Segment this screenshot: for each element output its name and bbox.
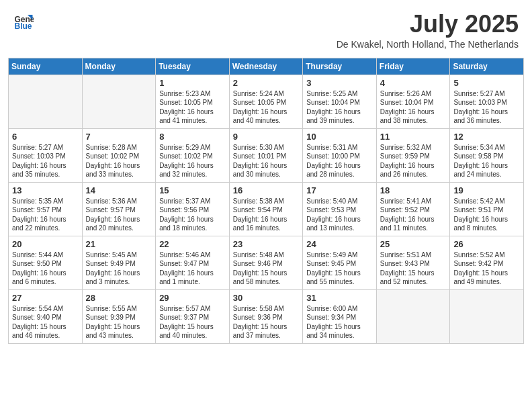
- day-number: 19: [453, 185, 520, 195]
- day-number: 15: [159, 185, 226, 195]
- calendar-week-row: 20Sunrise: 5:44 AM Sunset: 9:50 PM Dayli…: [9, 236, 524, 289]
- calendar-cell: 31Sunrise: 6:00 AM Sunset: 9:34 PM Dayli…: [303, 289, 377, 343]
- day-number: 11: [380, 132, 447, 142]
- calendar-cell: 17Sunrise: 5:40 AM Sunset: 9:53 PM Dayli…: [303, 182, 377, 236]
- day-of-week-header: Saturday: [450, 58, 524, 75]
- day-number: 27: [12, 293, 79, 303]
- day-number: 13: [12, 185, 79, 195]
- calendar-cell: 26Sunrise: 5:52 AM Sunset: 9:42 PM Dayli…: [450, 236, 524, 289]
- day-info: Sunrise: 5:27 AM Sunset: 10:03 PM Daylig…: [453, 89, 520, 126]
- day-info: Sunrise: 5:29 AM Sunset: 10:02 PM Daylig…: [159, 143, 226, 179]
- day-info: Sunrise: 5:58 AM Sunset: 9:36 PM Dayligh…: [233, 304, 300, 340]
- day-number: 20: [12, 239, 79, 249]
- day-number: 4: [380, 78, 447, 88]
- calendar-cell: 22Sunrise: 5:46 AM Sunset: 9:47 PM Dayli…: [156, 236, 230, 289]
- title-block: July 2025 De Kwakel, North Holland, The …: [337, 11, 519, 50]
- day-info: Sunrise: 5:36 AM Sunset: 9:57 PM Dayligh…: [86, 197, 152, 233]
- calendar-cell: 19Sunrise: 5:42 AM Sunset: 9:51 PM Dayli…: [450, 182, 524, 236]
- day-number: 24: [306, 239, 373, 249]
- svg-text:Blue: Blue: [15, 21, 32, 31]
- calendar-cell: 28Sunrise: 5:55 AM Sunset: 9:39 PM Dayli…: [82, 289, 156, 343]
- day-number: 30: [233, 293, 300, 303]
- calendar-cell: 29Sunrise: 5:57 AM Sunset: 9:37 PM Dayli…: [156, 289, 230, 343]
- calendar-cell: 7Sunrise: 5:28 AM Sunset: 10:02 PM Dayli…: [82, 128, 156, 182]
- day-info: Sunrise: 6:00 AM Sunset: 9:34 PM Dayligh…: [306, 304, 373, 340]
- calendar-cell: 10Sunrise: 5:31 AM Sunset: 10:00 PM Dayl…: [303, 128, 377, 182]
- day-number: 1: [159, 78, 226, 88]
- day-info: Sunrise: 5:38 AM Sunset: 9:54 PM Dayligh…: [233, 197, 300, 233]
- day-number: 25: [380, 239, 447, 249]
- calendar-cell: 23Sunrise: 5:48 AM Sunset: 9:46 PM Dayli…: [229, 236, 303, 289]
- calendar-cell: 13Sunrise: 5:35 AM Sunset: 9:57 PM Dayli…: [9, 182, 83, 236]
- calendar-cell: [9, 75, 83, 128]
- day-of-week-header: Thursday: [303, 58, 377, 75]
- calendar-cell: 5Sunrise: 5:27 AM Sunset: 10:03 PM Dayli…: [450, 75, 524, 128]
- day-number: 31: [306, 293, 373, 303]
- day-info: Sunrise: 5:26 AM Sunset: 10:04 PM Daylig…: [380, 89, 447, 126]
- calendar-cell: 27Sunrise: 5:54 AM Sunset: 9:40 PM Dayli…: [9, 289, 83, 343]
- day-number: 17: [306, 185, 373, 195]
- calendar-cell: 21Sunrise: 5:45 AM Sunset: 9:49 PM Dayli…: [82, 236, 156, 289]
- day-info: Sunrise: 5:41 AM Sunset: 9:52 PM Dayligh…: [380, 197, 447, 233]
- day-number: 3: [306, 78, 373, 88]
- day-info: Sunrise: 5:30 AM Sunset: 10:01 PM Daylig…: [233, 143, 300, 179]
- day-number: 21: [86, 239, 152, 249]
- day-number: 12: [453, 132, 520, 142]
- day-info: Sunrise: 5:35 AM Sunset: 9:57 PM Dayligh…: [12, 197, 79, 233]
- day-info: Sunrise: 5:27 AM Sunset: 10:03 PM Daylig…: [12, 143, 79, 179]
- day-number: 7: [86, 132, 152, 142]
- day-number: 28: [86, 293, 152, 303]
- calendar-cell: 18Sunrise: 5:41 AM Sunset: 9:52 PM Dayli…: [376, 182, 450, 236]
- day-info: Sunrise: 5:52 AM Sunset: 9:42 PM Dayligh…: [453, 250, 520, 287]
- day-number: 16: [233, 185, 300, 195]
- calendar-week-row: 13Sunrise: 5:35 AM Sunset: 9:57 PM Dayli…: [9, 182, 524, 236]
- day-info: Sunrise: 5:57 AM Sunset: 9:37 PM Dayligh…: [159, 304, 226, 340]
- month-title: July 2025: [337, 11, 519, 38]
- day-info: Sunrise: 5:24 AM Sunset: 10:05 PM Daylig…: [233, 89, 300, 126]
- day-number: 26: [453, 239, 520, 249]
- location: De Kwakel, North Holland, The Netherland…: [337, 39, 519, 50]
- day-info: Sunrise: 5:54 AM Sunset: 9:40 PM Dayligh…: [12, 304, 79, 340]
- calendar-cell: 3Sunrise: 5:25 AM Sunset: 10:04 PM Dayli…: [303, 75, 377, 128]
- calendar-header-row: SundayMondayTuesdayWednesdayThursdayFrid…: [9, 58, 524, 75]
- day-number: 8: [159, 132, 226, 142]
- day-info: Sunrise: 5:31 AM Sunset: 10:00 PM Daylig…: [306, 143, 373, 179]
- calendar-cell: [376, 289, 450, 343]
- calendar-cell: [82, 75, 156, 128]
- day-info: Sunrise: 5:28 AM Sunset: 10:02 PM Daylig…: [86, 143, 152, 179]
- calendar-cell: 9Sunrise: 5:30 AM Sunset: 10:01 PM Dayli…: [229, 128, 303, 182]
- day-of-week-header: Friday: [376, 58, 450, 75]
- calendar-table: SundayMondayTuesdayWednesdayThursdayFrid…: [8, 58, 524, 344]
- calendar-cell: 24Sunrise: 5:49 AM Sunset: 9:45 PM Dayli…: [303, 236, 377, 289]
- day-number: 9: [233, 132, 300, 142]
- day-info: Sunrise: 5:32 AM Sunset: 9:59 PM Dayligh…: [380, 143, 447, 179]
- calendar-cell: 1Sunrise: 5:23 AM Sunset: 10:05 PM Dayli…: [156, 75, 230, 128]
- day-number: 14: [86, 185, 152, 195]
- calendar-cell: 12Sunrise: 5:34 AM Sunset: 9:58 PM Dayli…: [450, 128, 524, 182]
- logo: General Blue: [13, 11, 34, 31]
- calendar-week-row: 27Sunrise: 5:54 AM Sunset: 9:40 PM Dayli…: [9, 289, 524, 343]
- calendar-cell: 2Sunrise: 5:24 AM Sunset: 10:05 PM Dayli…: [229, 75, 303, 128]
- day-info: Sunrise: 5:55 AM Sunset: 9:39 PM Dayligh…: [86, 304, 152, 340]
- day-number: 18: [380, 185, 447, 195]
- logo-icon: General Blue: [13, 11, 34, 31]
- day-number: 10: [306, 132, 373, 142]
- calendar-cell: 15Sunrise: 5:37 AM Sunset: 9:56 PM Dayli…: [156, 182, 230, 236]
- day-info: Sunrise: 5:40 AM Sunset: 9:53 PM Dayligh…: [306, 197, 373, 233]
- day-info: Sunrise: 5:34 AM Sunset: 9:58 PM Dayligh…: [453, 143, 520, 179]
- calendar-cell: 25Sunrise: 5:51 AM Sunset: 9:43 PM Dayli…: [376, 236, 450, 289]
- day-number: 29: [159, 293, 226, 303]
- day-of-week-header: Sunday: [9, 58, 83, 75]
- calendar-cell: 30Sunrise: 5:58 AM Sunset: 9:36 PM Dayli…: [229, 289, 303, 343]
- day-info: Sunrise: 5:48 AM Sunset: 9:46 PM Dayligh…: [233, 250, 300, 287]
- day-number: 6: [12, 132, 79, 142]
- day-info: Sunrise: 5:49 AM Sunset: 9:45 PM Dayligh…: [306, 250, 373, 287]
- day-info: Sunrise: 5:37 AM Sunset: 9:56 PM Dayligh…: [159, 197, 226, 233]
- calendar-cell: 20Sunrise: 5:44 AM Sunset: 9:50 PM Dayli…: [9, 236, 83, 289]
- day-info: Sunrise: 5:42 AM Sunset: 9:51 PM Dayligh…: [453, 197, 520, 233]
- calendar-week-row: 1Sunrise: 5:23 AM Sunset: 10:05 PM Dayli…: [9, 75, 524, 128]
- calendar-cell: 16Sunrise: 5:38 AM Sunset: 9:54 PM Dayli…: [229, 182, 303, 236]
- calendar-cell: 4Sunrise: 5:26 AM Sunset: 10:04 PM Dayli…: [376, 75, 450, 128]
- calendar-cell: [450, 289, 524, 343]
- calendar-cell: 8Sunrise: 5:29 AM Sunset: 10:02 PM Dayli…: [156, 128, 230, 182]
